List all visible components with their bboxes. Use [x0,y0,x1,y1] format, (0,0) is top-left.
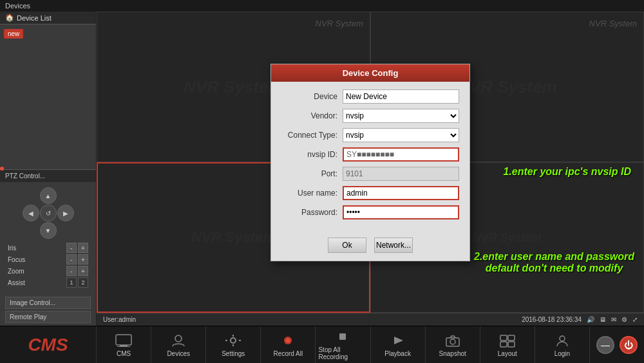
ptz-up-button[interactable]: ▲ [40,187,57,204]
settings-icon-status: ⚙ [621,316,627,323]
status-bar: User:admin 2016-08-18 23:36:34 🔊 🖥 ✉ ⚙ ⤢ [97,313,644,326]
dialog-footer: Ok Network... [271,232,469,261]
iris-minus-button[interactable]: - [66,243,77,253]
devices-icon [169,333,187,348]
minimize-button[interactable]: — [596,336,614,354]
iris-dot [0,167,4,171]
ptz-dpad: ▲ ▼ ◀ ▶ ↺ [23,187,74,239]
svg-rect-5 [232,344,234,346]
network-button[interactable]: Network... [374,237,413,253]
layout-icon [498,333,516,348]
zoom-plus-button[interactable]: + [78,266,88,276]
ptz-down-button[interactable]: ▼ [40,222,57,239]
svg-point-3 [175,335,182,342]
taskbar-cms-label: CMS [117,350,131,357]
taskbar-stop[interactable]: Stop All Recording [316,326,370,363]
home-icon: 🏠 [5,14,14,22]
username-row: User name: [281,186,459,200]
power-button[interactable]: ⏻ [620,336,638,354]
focus-label: Focus [8,256,33,263]
taskbar-settings[interactable]: Settings [206,326,261,363]
taskbar-devices[interactable]: Devices [151,326,206,363]
svg-rect-4 [232,335,234,337]
zoom-row: Zoom - + [8,266,88,276]
snapshot-icon [444,333,462,348]
ptz-right-button[interactable]: ▶ [57,205,74,221]
taskbar-playback-label: Playback [384,350,411,357]
nvsip-id-input[interactable] [343,147,459,162]
sidebar: 🏠 Device List new PTZ Control... ▲ ▼ ◀ ▶… [0,12,97,326]
vendor-row: Vendor: nvsip [281,109,459,123]
connect-type-row: Connect Type: nvsip [281,128,459,142]
title-bar: Devices [0,0,644,12]
svg-point-17 [560,336,565,341]
ptz-left-button[interactable]: ◀ [23,205,39,221]
connect-type-label: Connect Type: [281,131,343,140]
taskbar-record[interactable]: Record All [261,326,316,363]
connect-type-select[interactable]: nvsip [343,128,459,142]
ptz-label[interactable]: PTZ Control... [0,170,96,182]
datetime-status: 2016-08-18 23:36:34 [522,316,582,323]
taskbar-login[interactable]: Login [535,326,590,363]
iris-plus-button[interactable]: + [78,243,88,253]
port-input [343,167,459,181]
port-label: Port: [281,169,343,178]
taskbar: CMS CMS Devices Sett [0,326,644,363]
focus-plus-button[interactable]: + [78,254,88,265]
username-input[interactable] [343,186,459,200]
svg-point-12 [450,339,455,344]
taskbar-layout[interactable]: Layout [480,326,535,363]
ptz-center-button[interactable]: ↺ [40,205,57,221]
svg-rect-13 [500,335,507,340]
speaker-icon: 🔊 [587,316,594,323]
password-row: Password: [281,205,459,219]
iris-label: Iris [8,245,33,252]
vendor-label: Vendor: [281,111,343,120]
svg-rect-7 [239,340,241,341]
password-input[interactable] [343,205,459,219]
svg-rect-16 [508,342,515,347]
svg-rect-6 [225,340,227,341]
device-config-dialog: Device Config Device Vendor: [270,64,470,261]
app-container: Devices 🏠 Device List new PTZ Control...… [0,0,644,363]
svg-rect-2 [117,346,130,347]
device-row: Device [281,89,459,104]
taskbar-snapshot[interactable]: Snapshot [426,326,480,363]
password-label: Password: [281,208,343,217]
taskbar-items: CMS Devices Settings Re [97,326,590,363]
assist-row: Assist 1 2 [8,277,88,288]
ptz-sliders: Iris - + Focus - + [5,241,91,289]
sidebar-bottom: Image Control... Remote Play [0,294,96,326]
svg-point-9 [286,339,290,342]
assist-buttons: 1 2 [66,277,88,288]
main-area: 🏠 Device List new PTZ Control... ▲ ▼ ◀ ▶… [0,12,644,326]
monitor-icon: 🖥 [600,316,606,323]
record-icon [279,333,297,348]
image-control-button[interactable]: Image Control... [5,297,91,309]
nvsip-id-row: nvsip ID: [281,147,459,162]
port-row: Port: [281,167,459,181]
device-input[interactable] [343,89,459,104]
device-list: new [0,24,96,42]
focus-minus-button[interactable]: - [66,254,77,265]
device-item-new[interactable]: new [4,29,23,39]
taskbar-snapshot-label: Snapshot [439,350,466,357]
title-text: Devices [5,2,30,10]
maximize-icon: ⤢ [632,316,638,323]
taskbar-settings-label: Settings [222,350,245,357]
dialog-overlay: Device Config Device Vendor: [97,12,644,313]
cms-logo: CMS [0,326,97,363]
taskbar-login-label: Login [554,350,570,357]
sidebar-header: 🏠 Device List [0,12,96,24]
taskbar-cms[interactable]: CMS [97,326,151,363]
taskbar-playback[interactable]: Playback [371,326,426,363]
assist-num1[interactable]: 1 [66,277,77,288]
vendor-select[interactable]: nvsip [343,109,459,123]
remote-play-button[interactable]: Remote Play [5,311,91,323]
zoom-minus-button[interactable]: - [66,266,77,276]
cms-logo-text: CMS [28,335,68,355]
ok-button[interactable]: Ok [328,237,366,253]
taskbar-record-label: Record All [274,350,303,357]
svg-rect-0 [116,335,131,345]
assist-num2[interactable]: 2 [78,277,88,288]
